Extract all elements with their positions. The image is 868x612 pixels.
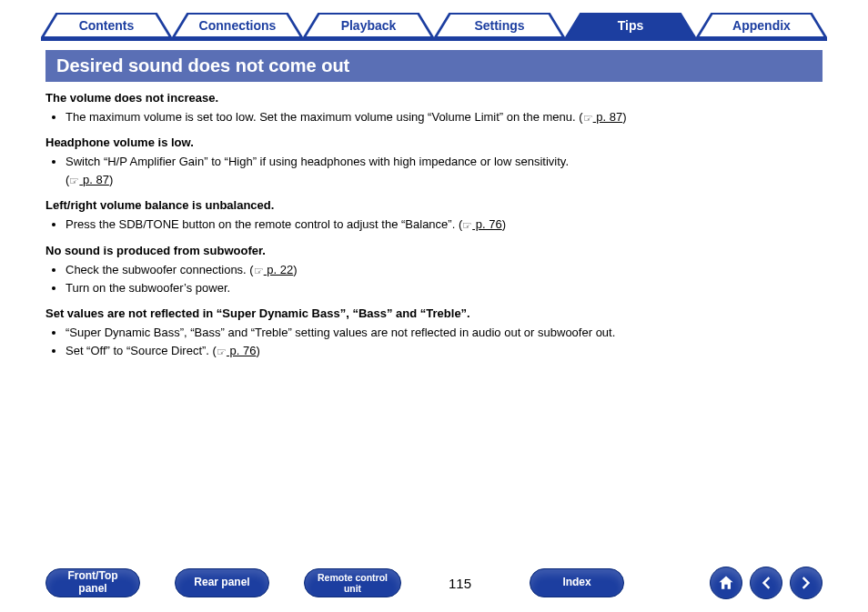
- trouble-heading: Headphone volume is low.: [45, 135, 823, 149]
- top-tab-bar: ContentsConnectionsPlaybackSettingsTipsA…: [0, 0, 868, 38]
- bottom-bar: Front/ToppanelRear panelRemote controlun…: [0, 567, 868, 599]
- trouble-item-list: “Super Dynamic Bass”, “Bass” and “Treble…: [66, 324, 823, 360]
- tab-label: Contents: [79, 18, 135, 33]
- trouble-item-list: Check the subwoofer connections. (☞ p. 2…: [66, 261, 823, 297]
- tab-label: Appendix: [732, 18, 791, 33]
- page-reference-link[interactable]: p. 76: [472, 217, 502, 231]
- bottom-pill-remote-control[interactable]: Remote controlunit: [304, 568, 401, 597]
- trouble-item: Press the SDB/TONE button on the remote …: [66, 216, 823, 234]
- bottom-pill-front-top[interactable]: Front/Toppanel: [45, 568, 140, 597]
- trouble-item-text: The maximum volume is set too low. Set t…: [66, 110, 579, 124]
- trouble-heading: Set values are not reflected in “Super D…: [45, 306, 823, 320]
- tab-settings[interactable]: Settings: [434, 13, 565, 38]
- trouble-item-text: Turn on the subwoofer’s power.: [66, 281, 230, 295]
- page-reference: (☞ p. 87): [579, 110, 626, 124]
- page-number: 115: [449, 576, 471, 591]
- tab-playback[interactable]: Playback: [303, 13, 434, 38]
- page-reference-link[interactable]: p. 87: [79, 173, 109, 186]
- round-button-group: [710, 567, 823, 599]
- trouble-item: Set “Off” to “Source Direct”. (☞ p. 76): [66, 342, 823, 360]
- page-reference: (☞ p. 87): [66, 173, 113, 186]
- troubleshooting-list: The volume does not increase.The maximum…: [45, 91, 823, 360]
- trouble-item-list: The maximum volume is set too low. Set t…: [66, 108, 823, 126]
- home-icon: [717, 574, 735, 592]
- pointer-icon: ☞: [462, 217, 472, 235]
- trouble-item-text: Switch “H/P Amplifier Gain” to “High” if…: [66, 155, 569, 168]
- page-reference: (☞ p. 76): [213, 344, 260, 357]
- trouble-heading: The volume does not increase.: [45, 91, 823, 105]
- tab-connections[interactable]: Connections: [172, 13, 303, 38]
- pill-label: Front/Top: [67, 570, 117, 583]
- bottom-pill-index[interactable]: Index: [530, 568, 624, 597]
- pill-label: Rear panel: [194, 577, 249, 589]
- trouble-item: Turn on the subwoofer’s power.: [66, 279, 823, 297]
- trouble-item: The maximum volume is set too low. Set t…: [66, 108, 823, 126]
- tab-appendix[interactable]: Appendix: [696, 13, 827, 38]
- tab-label: Settings: [474, 18, 524, 33]
- trouble-item: Switch “H/P Amplifier Gain” to “High” if…: [66, 153, 823, 189]
- trouble-item: “Super Dynamic Bass”, “Bass” and “Treble…: [66, 324, 823, 342]
- pointer-icon: ☞: [254, 263, 264, 280]
- tab-label: Tips: [618, 18, 644, 33]
- pointer-icon: ☞: [217, 344, 227, 361]
- trouble-item-text: Check the subwoofer connections.: [66, 263, 249, 276]
- page-reference: (☞ p. 76): [459, 217, 506, 231]
- page-reference-link[interactable]: p. 87: [593, 110, 623, 124]
- tab-tips[interactable]: Tips: [565, 13, 696, 38]
- home-button[interactable]: [710, 567, 742, 599]
- pill-label: Index: [562, 577, 590, 589]
- trouble-item-text: Press the SDB/TONE button on the remote …: [66, 217, 459, 231]
- tab-label: Playback: [341, 18, 397, 33]
- tab-label: Connections: [199, 18, 277, 33]
- prev-button[interactable]: [750, 567, 782, 599]
- trouble-item-list: Switch “H/P Amplifier Gain” to “High” if…: [66, 153, 823, 189]
- pointer-icon: ☞: [583, 110, 593, 127]
- pill-label: Remote control: [318, 572, 388, 583]
- pill-label: unit: [344, 583, 361, 594]
- prev-icon: [757, 574, 775, 592]
- trouble-item: Check the subwoofer connections. (☞ p. 2…: [66, 261, 823, 279]
- trouble-heading: No sound is produced from subwoofer.: [45, 244, 823, 257]
- next-button[interactable]: [790, 567, 823, 599]
- page-reference-link[interactable]: p. 76: [227, 344, 257, 357]
- page-reference-link[interactable]: p. 22: [264, 263, 294, 276]
- tab-contents[interactable]: Contents: [41, 13, 172, 38]
- bottom-pill-group: Front/ToppanelRear panelRemote controlun…: [45, 568, 624, 597]
- section-header: Desired sound does not come out: [45, 50, 823, 82]
- bottom-pill-rear-panel[interactable]: Rear panel: [175, 568, 269, 597]
- page-reference: (☞ p. 22): [249, 263, 297, 276]
- trouble-item-list: Press the SDB/TONE button on the remote …: [66, 216, 823, 234]
- trouble-heading: Left/right volume balance is unbalanced.: [45, 198, 823, 212]
- pill-label: panel: [78, 583, 106, 596]
- content-area: Desired sound does not come out The volu…: [0, 41, 868, 360]
- next-icon: [797, 574, 815, 592]
- trouble-item-text: Set “Off” to “Source Direct”.: [66, 344, 213, 357]
- trouble-item-text: “Super Dynamic Bass”, “Bass” and “Treble…: [66, 326, 615, 339]
- pointer-icon: ☞: [69, 173, 79, 190]
